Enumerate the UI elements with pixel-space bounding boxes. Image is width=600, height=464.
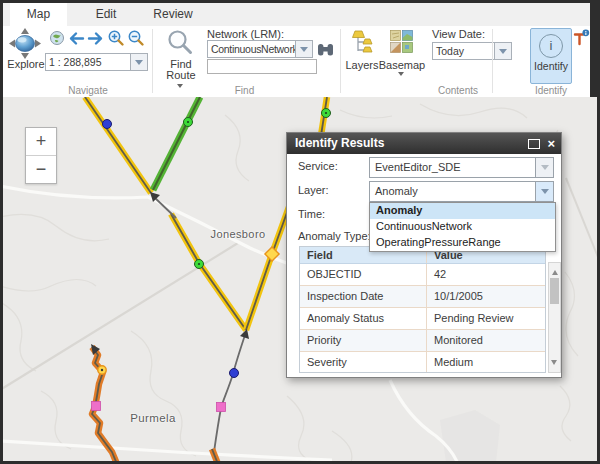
tab-map[interactable]: Map (10, 3, 67, 26)
road-diagonal-east (566, 178, 597, 262)
layer-combobox[interactable]: Anomaly (369, 181, 554, 202)
full-extent-globe-icon[interactable] (49, 30, 65, 46)
map-zoom-control: + − (25, 127, 57, 184)
network-lrm-label: Network (LRM): (207, 28, 284, 40)
tab-edit[interactable]: Edit (80, 3, 132, 26)
route-orange (91, 344, 218, 461)
cell-field: Inspection Date (300, 286, 426, 307)
network-dropdown-button[interactable] (295, 41, 312, 57)
cell-field: Anomaly Status (300, 308, 426, 329)
cell-field: Severity (300, 352, 426, 373)
basemap-dropdown-icon[interactable] (398, 72, 404, 79)
scrollbar-thumb[interactable] (550, 278, 559, 304)
identify-route-location-icon[interactable] (573, 29, 590, 46)
table-row[interactable]: SeverityMedium (300, 352, 545, 373)
zoom-out-button[interactable]: − (26, 156, 56, 183)
find-route-value-input[interactable] (207, 59, 317, 74)
ribbon-tab-strip: Map Edit Review (3, 3, 590, 26)
service-dropdown-button[interactable] (535, 158, 553, 177)
place-label-jonesboro: Jonesboro (202, 228, 274, 240)
ribbon: Explore 1 : 288,895 Navigate (3, 26, 590, 98)
close-icon[interactable]: × (547, 133, 555, 154)
time-label: Time: (298, 208, 325, 220)
layers-icon[interactable] (350, 30, 374, 56)
table-scrollbar[interactable] (548, 262, 561, 373)
service-combobox[interactable]: EventEditor_SDE (369, 157, 554, 178)
maximize-icon[interactable] (528, 139, 540, 149)
table-row[interactable]: OBJECTID42 (300, 264, 545, 286)
chevron-down-icon (300, 47, 308, 56)
table-row[interactable]: Inspection Date10/1/2005 (300, 286, 545, 308)
cell-value: Medium (426, 352, 545, 373)
blue-point-marker (103, 120, 112, 129)
cell-value: Monitored (426, 330, 545, 351)
pink-square-marker (217, 403, 226, 412)
cell-value: Pending Review (426, 308, 545, 329)
map-canvas[interactable]: Jonesboro Purmela + − Identify Results ×… (3, 97, 597, 461)
map-parcel-patch (440, 410, 500, 461)
anomaly-type-label: Anomaly Type: (298, 230, 371, 242)
tab-review[interactable]: Review (144, 3, 202, 26)
find-route-magnifier-icon[interactable] (166, 28, 194, 56)
network-combobox[interactable]: ContinuousNetwork (207, 40, 313, 58)
road-white-south (3, 441, 332, 460)
route-green (153, 97, 200, 190)
explore-button[interactable]: Explore (3, 58, 49, 70)
network-value: ContinuousNetwork (208, 41, 295, 57)
find-route-dropdown-icon[interactable] (177, 84, 183, 91)
identify-results-dialog: Identify Results × Service: EventEditor_… (286, 132, 562, 378)
group-separator (492, 29, 493, 93)
zoom-in-icon[interactable] (107, 29, 125, 47)
road-white (3, 186, 292, 265)
zoom-out-icon[interactable] (127, 29, 145, 47)
chevron-down-icon (499, 49, 507, 58)
cell-value: 10/1/2005 (426, 286, 545, 307)
forward-extent-arrow-icon[interactable] (87, 31, 105, 46)
yellow-circle-marker (98, 366, 106, 374)
table-row[interactable]: PriorityMonitored (300, 330, 545, 352)
chevron-down-icon (135, 60, 143, 69)
contents-group-label: Contents (398, 85, 518, 97)
find-route-button-line2[interactable]: Route (155, 69, 207, 81)
scale-value: 1 : 288,895 (46, 54, 130, 70)
back-extent-arrow-icon[interactable] (67, 31, 85, 46)
scale-combobox[interactable]: 1 : 288,895 (45, 53, 148, 71)
scroll-down-icon[interactable] (551, 360, 557, 368)
view-date-value: Today (433, 43, 494, 59)
explore-compass-icon[interactable] (5, 27, 45, 60)
basemap-button[interactable]: Basemap (377, 59, 427, 71)
layer-dropdown-list: AnomalyContinuousNetworkOperatingPressur… (369, 202, 556, 252)
scroll-up-icon[interactable] (552, 267, 558, 275)
zoom-in-button[interactable]: + (26, 128, 56, 156)
chevron-down-icon (541, 189, 549, 198)
green-point-marker (322, 109, 331, 118)
identify-button-label: Identify (531, 60, 571, 72)
cell-field: Priority (300, 330, 426, 351)
cell-value: 42 (426, 264, 545, 285)
chevron-down-icon (541, 165, 549, 174)
dropdown-option[interactable]: OperatingPressureRange (370, 235, 555, 251)
place-label-purmela: Purmela (127, 412, 179, 424)
identify-group-label: Identify (515, 85, 587, 97)
dropdown-option[interactable]: Anomaly (370, 203, 555, 219)
service-label: Service: (298, 160, 338, 172)
navigate-group-label: Navigate (28, 85, 148, 97)
results-table-body: OBJECTID42Inspection Date10/1/2005Anomal… (300, 264, 545, 373)
view-date-combobox[interactable]: Today (432, 42, 512, 60)
cell-field: OBJECTID (300, 264, 426, 285)
scale-dropdown-button[interactable] (130, 54, 147, 70)
basemap-icon[interactable] (390, 30, 413, 53)
layer-dropdown-button[interactable] (535, 182, 553, 201)
binoculars-icon[interactable] (317, 42, 334, 57)
table-row[interactable]: Anomaly StatusPending Review (300, 308, 545, 330)
dialog-title-bar[interactable]: Identify Results (287, 133, 561, 154)
dropdown-option[interactable]: ContinuousNetwork (370, 219, 555, 235)
identify-results-table: Field Value OBJECTID42Inspection Date10/… (299, 246, 546, 373)
layer-label: Layer: (298, 184, 329, 196)
pink-square-marker (92, 402, 101, 411)
layer-value: Anomaly (370, 182, 535, 201)
view-date-dropdown-button[interactable] (494, 43, 511, 59)
identify-info-icon: i (539, 34, 563, 58)
identify-button[interactable]: i Identify (530, 28, 572, 84)
app-window: Map Edit Review Explore (3, 3, 590, 97)
